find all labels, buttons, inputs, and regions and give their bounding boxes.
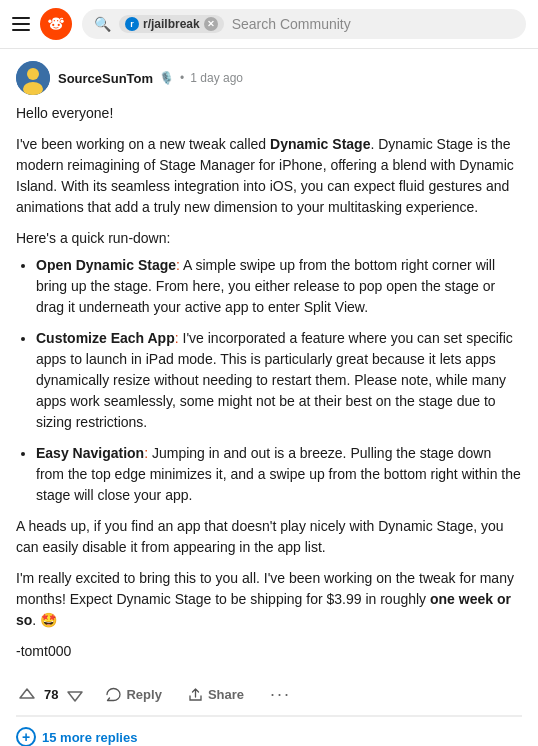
share-icon [188,687,203,702]
subreddit-pill[interactable]: r r/jailbreak ✕ [119,15,224,33]
search-bar[interactable]: 🔍 r r/jailbreak ✕ Search Community [82,9,526,39]
dot-separator: • [180,71,184,85]
excited-paragraph: I'm really excited to bring this to you … [16,568,522,631]
author-name[interactable]: SourceSunTom [58,71,153,86]
avatar [16,61,50,95]
excited-emoji: . 🤩 [32,612,57,628]
upvote-button[interactable] [16,684,38,706]
subreddit-name: r/jailbreak [143,17,200,31]
svg-point-8 [57,20,58,21]
svg-point-10 [27,68,39,80]
upvote-icon [18,686,36,704]
verified-icon: 🎙️ [159,71,174,85]
more-replies-text: 15 more replies [42,730,137,745]
rundown-label: Here's a quick run-down: [16,228,522,249]
more-replies-row[interactable]: + 15 more replies [16,716,522,746]
bullet-2-term: Customize Each App [36,330,175,346]
tweak-name: Dynamic Stage [270,136,370,152]
post-container: SourceSunTom 🎙️ • 1 day ago Hello everyo… [0,49,538,746]
intro-paragraph: I've been working on a new tweak called … [16,134,522,218]
action-bar: 78 Reply Share ··· [16,672,522,715]
share-label: Share [208,687,244,702]
subreddit-close-icon[interactable]: ✕ [204,17,218,31]
greeting-text: Hello everyone! [16,103,522,124]
share-button[interactable]: Share [182,683,250,706]
reply-label: Reply [126,687,161,702]
app-header: 🔍 r r/jailbreak ✕ Search Community [0,0,538,49]
intro-text: I've been working on a new tweak called [16,136,270,152]
svg-point-3 [58,24,60,26]
svg-point-6 [52,17,60,24]
bullet-item-2: Customize Each App: I've incorporated a … [36,328,522,433]
more-options-button[interactable]: ··· [264,682,297,707]
subreddit-icon: r [125,17,139,31]
search-placeholder: Search Community [232,16,514,32]
downvote-icon [66,686,84,704]
svg-point-4 [60,20,63,23]
vote-group: 78 [16,684,86,706]
heads-up-paragraph: A heads up, if you find an app that does… [16,516,522,558]
heads-up-text: A heads up, if you find an app that does… [16,518,504,555]
bullet-3-term: Easy Navigation [36,445,144,461]
more-replies-icon: + [16,727,36,746]
post-body: Hello everyone! I've been working on a n… [16,103,522,662]
reply-button[interactable]: Reply [100,683,167,706]
signature-text: -tomt000 [16,641,522,662]
search-icon: 🔍 [94,16,111,32]
vote-count: 78 [44,687,58,702]
post-timestamp: 1 day ago [190,71,243,85]
reddit-logo[interactable] [40,8,72,40]
author-row: SourceSunTom 🎙️ • 1 day ago [16,61,522,95]
author-info: SourceSunTom 🎙️ • 1 day ago [58,71,243,86]
downvote-button[interactable] [64,684,86,706]
svg-point-5 [48,20,51,23]
hamburger-menu-icon[interactable] [12,17,30,31]
bullet-item-3: Easy Navigation: Jumping in and out is a… [36,443,522,506]
svg-point-2 [52,24,54,26]
bullet-item-1: Open Dynamic Stage: A simple swipe up fr… [36,255,522,318]
svg-point-7 [54,20,55,21]
reply-icon [106,687,121,702]
feature-list: Open Dynamic Stage: A simple swipe up fr… [16,255,522,506]
bullet-1-term: Open Dynamic Stage [36,257,176,273]
